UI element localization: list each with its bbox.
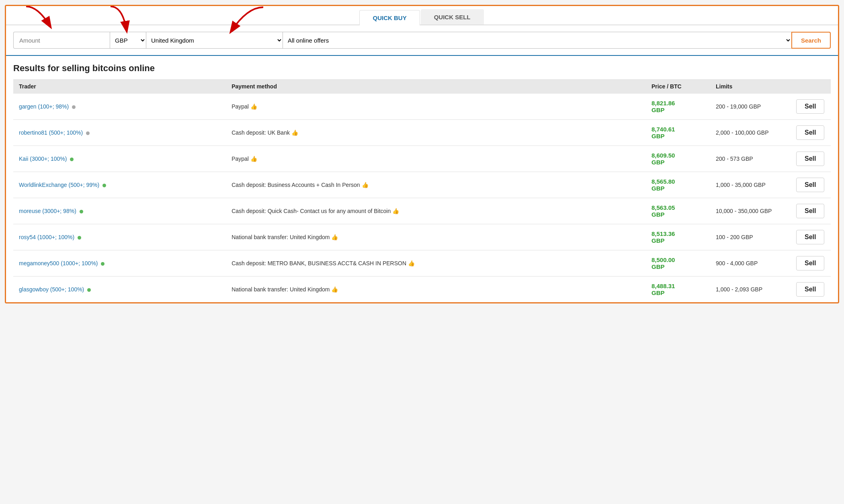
action-cell: Sell [791,224,831,250]
trader-link[interactable]: moreuse (3000+; 98%) [19,208,76,214]
limits-cell: 200 - 19,000 GBP [710,94,791,120]
sell-button[interactable]: Sell [796,256,824,270]
status-dot [101,262,104,266]
limits-cell: 1,000 - 2,093 GBP [710,277,791,303]
thumbs-up-icon: 👍 [331,234,338,240]
price-value: 8,488.31GBP [651,283,675,296]
action-cell: Sell [791,198,831,224]
amount-input[interactable] [13,32,110,49]
price-cell: 8,488.31GBP [646,277,710,303]
price-value: 8,513.36GBP [651,230,675,244]
currency-select[interactable]: GBP USD EUR BTC [110,32,146,49]
payment-cell: Paypal 👍 [226,94,646,120]
table-row: gargen (100+; 98%) Paypal 👍 8,821.86GBP … [13,94,831,120]
price-cell: 8,563.05GBP [646,198,710,224]
thumbs-up-icon: 👍 [250,156,257,162]
sell-button[interactable]: Sell [796,282,824,297]
status-dot [72,105,76,109]
limits-cell: 1,000 - 35,000 GBP [710,172,791,198]
table-row: glasgowboy (500+; 100%) National bank tr… [13,277,831,303]
payment-cell: National bank transfer: United Kingdom 👍 [226,224,646,250]
price-value: 8,563.05GBP [651,204,675,218]
thumbs-up-icon: 👍 [291,129,298,136]
results-section: Results for selling bitcoins online Trad… [6,56,838,302]
col-header-limits: Limits [710,79,791,94]
action-cell: Sell [791,172,831,198]
col-header-action [791,79,831,94]
trader-cell: gargen (100+; 98%) [13,94,226,120]
trader-cell: megamoney500 (1000+; 100%) [13,250,226,277]
price-cell: 8,821.86GBP [646,94,710,120]
status-dot [86,131,90,135]
trader-link[interactable]: megamoney500 (1000+; 100%) [19,260,98,266]
action-cell: Sell [791,94,831,120]
table-row: megamoney500 (1000+; 100%) Cash deposit:… [13,250,831,277]
search-button[interactable]: Search [791,32,831,49]
col-header-price: Price / BTC [646,79,710,94]
country-select[interactable]: United Kingdom United States Germany Fra… [146,32,283,49]
payment-cell: Cash deposit: Business Accounts + Cash I… [226,172,646,198]
thumbs-up-icon: 👍 [408,260,415,266]
search-bar: GBP USD EUR BTC United Kingdom United St… [6,25,838,56]
table-row: rosy54 (1000+; 100%) National bank trans… [13,224,831,250]
sell-button[interactable]: Sell [796,178,824,192]
thumbs-up-icon: 👍 [331,286,338,293]
sell-button[interactable]: Sell [796,230,824,244]
sell-button[interactable]: Sell [796,152,824,166]
trader-cell: glasgowboy (500+; 100%) [13,277,226,303]
table-header-row: Trader Payment method Price / BTC Limits [13,79,831,94]
price-cell: 8,500.00GBP [646,250,710,277]
trader-cell: WorldlinkExchange (500+; 99%) [13,172,226,198]
table-row: moreuse (3000+; 98%) Cash deposit: Quick… [13,198,831,224]
price-cell: 8,513.36GBP [646,224,710,250]
price-value: 8,821.86GBP [651,100,675,113]
thumbs-up-icon: 👍 [250,103,257,110]
payment-cell: Cash deposit: UK Bank 👍 [226,120,646,146]
price-cell: 8,565.80GBP [646,172,710,198]
col-header-trader: Trader [13,79,226,94]
results-title: Results for selling bitcoins online [13,63,831,74]
tab-quick-sell[interactable]: QUICK SELL [421,9,484,25]
table-row: robertino81 (500+; 100%) Cash deposit: U… [13,120,831,146]
trader-link[interactable]: Kaii (3000+; 100%) [19,156,67,162]
price-value: 8,500.00GBP [651,256,675,270]
status-dot [80,210,83,213]
sell-button[interactable]: Sell [796,204,824,218]
trader-link[interactable]: gargen (100+; 98%) [19,103,69,110]
price-value: 8,565.80GBP [651,178,675,192]
thumbs-up-icon: 👍 [392,208,399,214]
limits-cell: 200 - 573 GBP [710,146,791,172]
trader-cell: moreuse (3000+; 98%) [13,198,226,224]
price-value: 8,740.61GBP [651,126,675,139]
action-cell: Sell [791,146,831,172]
trader-link[interactable]: glasgowboy (500+; 100%) [19,286,84,293]
trader-link[interactable]: WorldlinkExchange (500+; 99%) [19,182,99,188]
action-cell: Sell [791,250,831,277]
price-cell: 8,609.50GBP [646,146,710,172]
status-dot [78,236,81,240]
price-cell: 8,740.61GBP [646,120,710,146]
payment-cell: Paypal 👍 [226,146,646,172]
price-value: 8,609.50GBP [651,152,675,166]
table-row: Kaii (3000+; 100%) Paypal 👍 8,609.50GBP … [13,146,831,172]
trader-link[interactable]: rosy54 (1000+; 100%) [19,234,74,240]
sell-button[interactable]: Sell [796,125,824,140]
main-container: QUICK BUY QUICK SELL GBP USD EUR BTC Uni… [5,5,839,303]
action-cell: Sell [791,277,831,303]
limits-cell: 900 - 4,000 GBP [710,250,791,277]
limits-cell: 2,000 - 100,000 GBP [710,120,791,146]
limits-cell: 10,000 - 350,000 GBP [710,198,791,224]
thumbs-up-icon: 👍 [362,182,369,188]
col-header-payment: Payment method [226,79,646,94]
status-dot [102,184,106,187]
table-row: WorldlinkExchange (500+; 99%) Cash depos… [13,172,831,198]
status-dot [87,288,91,292]
payment-cell: Cash deposit: Quick Cash- Contact us for… [226,198,646,224]
trader-link[interactable]: robertino81 (500+; 100%) [19,129,83,136]
payment-cell: National bank transfer: United Kingdom 👍 [226,277,646,303]
offers-table: Trader Payment method Price / BTC Limits… [13,79,831,302]
sell-button[interactable]: Sell [796,99,824,114]
tab-quick-buy[interactable]: QUICK BUY [359,10,420,25]
trader-cell: robertino81 (500+; 100%) [13,120,226,146]
offers-select[interactable]: All online offers Cash deposit Paypal Na… [283,32,791,49]
